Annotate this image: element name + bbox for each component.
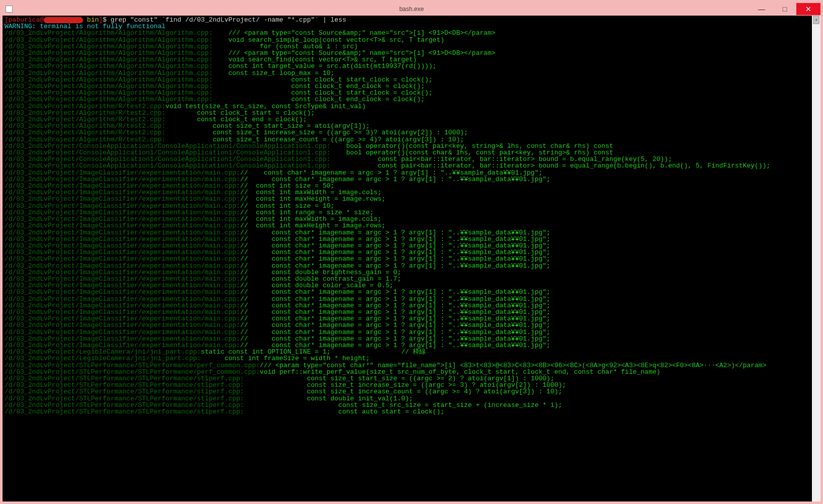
scrollbar-thumb[interactable] xyxy=(813,16,819,24)
minimize-button[interactable]: — xyxy=(750,3,773,15)
terminal-viewport[interactable]: [paburica@ bin]$ grep "const" `find /d/0… xyxy=(3,16,820,501)
window-title: bash.exe xyxy=(399,6,424,13)
app-icon xyxy=(6,6,13,13)
match-text: const auto start = clock(); xyxy=(244,408,444,415)
scrollbar[interactable] xyxy=(812,16,820,501)
close-button[interactable]: ✕ xyxy=(796,3,820,15)
window-controls: — □ ✕ xyxy=(750,3,820,15)
file-path: /d/03_2ndLvProject/STLPerformance/STLPer… xyxy=(5,408,244,415)
app-window: bash.exe — □ ✕ [paburica@ bin]$ grep "co… xyxy=(0,0,823,504)
maximize-button[interactable]: □ xyxy=(773,3,796,15)
titlebar[interactable]: bash.exe — □ ✕ xyxy=(3,3,820,16)
redacted-host xyxy=(44,17,83,23)
grep-output: /d/03_2ndLvProject/Algorithm/Algorithm/A… xyxy=(5,30,818,415)
output-line: /d/03_2ndLvProject/STLPerformance/STLPer… xyxy=(5,408,818,415)
